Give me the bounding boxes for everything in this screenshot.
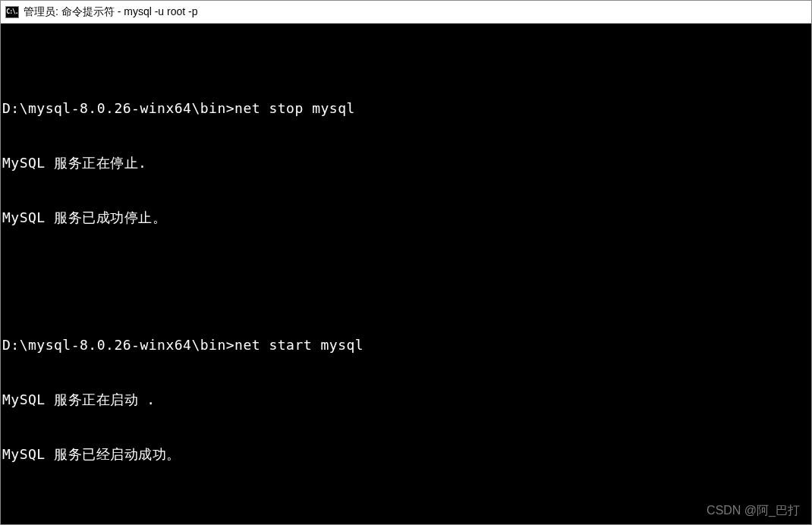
terminal-output[interactable]: D:\mysql-8.0.26-winx64\bin>net stop mysq… <box>1 24 811 524</box>
command-prompt-window: C:\. 管理员: 命令提示符 - mysql -u root -p D:\my… <box>0 0 812 525</box>
terminal-line: D:\mysql-8.0.26-winx64\bin>net start mys… <box>2 336 810 354</box>
cmd-icon: C:\. <box>5 6 19 18</box>
terminal-line: D:\mysql-8.0.26-winx64\bin>net stop mysq… <box>2 99 810 118</box>
window-title: 管理员: 命令提示符 - mysql -u root -p <box>24 5 197 19</box>
titlebar[interactable]: C:\. 管理员: 命令提示符 - mysql -u root -p <box>1 1 811 24</box>
terminal-line: MySQL 服务已经启动成功。 <box>2 445 810 464</box>
terminal-line: MySQL 服务已成功停止。 <box>2 209 810 227</box>
terminal-line: MySQL 服务正在停止. <box>2 154 810 172</box>
terminal-line: MySQL 服务正在启动 . <box>2 391 810 409</box>
